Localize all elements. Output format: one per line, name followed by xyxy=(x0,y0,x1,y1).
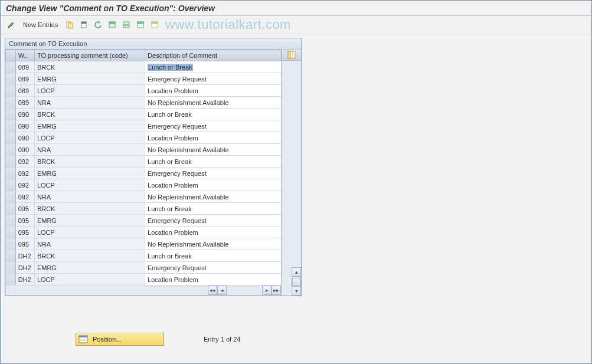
cell-code[interactable]: EMRG xyxy=(34,73,145,85)
row-selector[interactable] xyxy=(6,156,16,168)
cell-description[interactable]: Location Problem xyxy=(145,132,282,144)
cell-warehouse[interactable]: 089 xyxy=(15,61,34,73)
table-row[interactable]: 089NRANo Replenishment Available xyxy=(6,97,282,109)
cell-description[interactable]: Emergency Request xyxy=(145,120,282,132)
row-selector[interactable] xyxy=(6,85,16,97)
cell-description[interactable]: Lunch or Break xyxy=(145,156,282,168)
table-row[interactable]: 090LOCPLocation Problem xyxy=(6,132,282,144)
cell-code[interactable]: NRA xyxy=(34,97,145,109)
hscroll-track[interactable] xyxy=(227,286,262,295)
col-selector[interactable] xyxy=(6,50,16,61)
table-row[interactable]: 090NRANo Replenishment Available xyxy=(6,144,282,156)
cell-description[interactable]: Emergency Request xyxy=(145,168,282,179)
cell-description[interactable]: Lunch or Break xyxy=(145,203,282,215)
row-selector[interactable] xyxy=(6,61,16,73)
cell-description[interactable]: Location Problem xyxy=(145,179,282,191)
cell-description[interactable]: Lunch or Break xyxy=(145,61,282,73)
cell-warehouse[interactable]: 095 xyxy=(15,215,34,227)
position-button[interactable]: Position... xyxy=(76,333,164,346)
copy-as-icon[interactable] xyxy=(63,18,76,31)
select-all-icon[interactable] xyxy=(106,18,119,31)
cell-warehouse[interactable]: 095 xyxy=(15,203,34,215)
cell-code[interactable]: LOCP xyxy=(34,85,145,97)
cell-description[interactable]: Emergency Request xyxy=(145,73,282,85)
cell-description[interactable]: No Replenishment Available xyxy=(145,191,282,203)
print-icon[interactable] xyxy=(148,18,161,31)
table-row[interactable]: 095NRANo Replenishment Available xyxy=(6,238,282,250)
row-selector[interactable] xyxy=(6,191,16,203)
row-selector[interactable] xyxy=(6,262,16,274)
table-row[interactable]: 095LOCPLocation Problem xyxy=(6,227,282,238)
cell-warehouse[interactable]: DH2 xyxy=(15,274,34,286)
deselect-all-icon[interactable] xyxy=(134,18,147,31)
table-row[interactable]: 089EMRGEmergency Request xyxy=(6,73,282,85)
row-selector[interactable] xyxy=(6,109,16,120)
cell-code[interactable]: LOCP xyxy=(34,132,145,144)
cell-warehouse[interactable]: 095 xyxy=(15,227,34,238)
cell-code[interactable]: NRA xyxy=(34,238,145,250)
cell-warehouse[interactable]: 090 xyxy=(15,132,34,144)
row-selector[interactable] xyxy=(6,97,16,109)
delete-icon[interactable] xyxy=(77,18,90,31)
cell-code[interactable]: BRCK xyxy=(34,61,145,73)
cell-code[interactable]: BRCK xyxy=(34,203,145,215)
table-row[interactable]: 089BRCKLunch or Break xyxy=(6,61,282,73)
cell-warehouse[interactable]: 092 xyxy=(15,191,34,203)
cell-description[interactable]: Emergency Request xyxy=(145,262,282,274)
vscroll-down-icon[interactable]: ▾ xyxy=(292,286,301,296)
cell-warehouse[interactable]: 090 xyxy=(15,109,34,120)
cell-warehouse[interactable]: DH2 xyxy=(15,250,34,262)
table-row[interactable]: 090BRCKLunch or Break xyxy=(6,109,282,120)
cell-warehouse[interactable]: 089 xyxy=(15,85,34,97)
row-selector[interactable] xyxy=(6,73,16,85)
table-row[interactable]: 089LOCPLocation Problem xyxy=(6,85,282,97)
cell-warehouse[interactable]: 092 xyxy=(15,156,34,168)
vscroll-up-icon[interactable]: ▴ xyxy=(292,267,301,277)
vertical-scrollbar[interactable]: ▴ ▴ ▾ xyxy=(292,267,301,296)
table-row[interactable]: DH2LOCPLocation Problem xyxy=(6,274,282,286)
row-selector[interactable] xyxy=(6,238,16,250)
hscroll-last-icon[interactable]: ▸▸ xyxy=(272,286,281,295)
hscroll-right-icon[interactable]: ▸ xyxy=(262,286,272,295)
row-selector[interactable] xyxy=(6,227,16,238)
cell-warehouse[interactable]: 095 xyxy=(15,238,34,250)
cell-code[interactable]: LOCP xyxy=(34,179,145,191)
cell-warehouse[interactable]: 092 xyxy=(15,179,34,191)
new-entries-button[interactable]: New Entries xyxy=(19,18,62,31)
cell-code[interactable]: EMRG xyxy=(34,168,145,179)
select-block-icon[interactable] xyxy=(120,18,133,31)
row-selector[interactable] xyxy=(6,179,16,191)
cell-code[interactable]: LOCP xyxy=(34,274,145,286)
row-selector[interactable] xyxy=(6,274,16,286)
row-selector[interactable] xyxy=(6,132,16,144)
cell-description[interactable]: No Replenishment Available xyxy=(145,144,282,156)
col-code[interactable]: TO processing comment (code) xyxy=(34,50,145,61)
table-row[interactable]: 095BRCKLunch or Break xyxy=(6,203,282,215)
cell-code[interactable]: BRCK xyxy=(34,250,145,262)
hscroll-first-icon[interactable]: ◂◂ xyxy=(208,286,217,295)
table-row[interactable]: DH2EMRGEmergency Request xyxy=(6,262,282,274)
cell-description[interactable]: Lunch or Break xyxy=(145,109,282,120)
cell-description[interactable]: No Replenishment Available xyxy=(145,238,282,250)
table-row[interactable]: 092LOCPLocation Problem xyxy=(6,179,282,191)
cell-warehouse[interactable]: 090 xyxy=(15,144,34,156)
cell-description[interactable]: Location Problem xyxy=(145,227,282,238)
cell-description[interactable]: No Replenishment Available xyxy=(145,97,282,109)
col-description[interactable]: Description of Comment xyxy=(145,50,282,61)
toggle-change-icon[interactable] xyxy=(5,18,18,31)
cell-description[interactable]: Location Problem xyxy=(145,85,282,97)
data-grid[interactable]: W.. TO processing comment (code) Descrip… xyxy=(5,50,282,296)
configure-columns-icon[interactable] xyxy=(282,50,301,61)
row-selector[interactable] xyxy=(6,144,16,156)
cell-warehouse[interactable]: 090 xyxy=(15,120,34,132)
cell-code[interactable]: BRCK xyxy=(34,109,145,120)
cell-warehouse[interactable]: DH2 xyxy=(15,262,34,274)
cell-code[interactable]: NRA xyxy=(34,144,145,156)
table-row[interactable]: DH2BRCKLunch or Break xyxy=(6,250,282,262)
table-row[interactable]: 090EMRGEmergency Request xyxy=(6,120,282,132)
undo-icon[interactable] xyxy=(91,18,104,31)
cell-description[interactable]: Lunch or Break xyxy=(145,250,282,262)
row-selector[interactable] xyxy=(6,215,16,227)
cell-description[interactable]: Emergency Request xyxy=(145,215,282,227)
vscroll-thumb[interactable] xyxy=(292,278,300,286)
